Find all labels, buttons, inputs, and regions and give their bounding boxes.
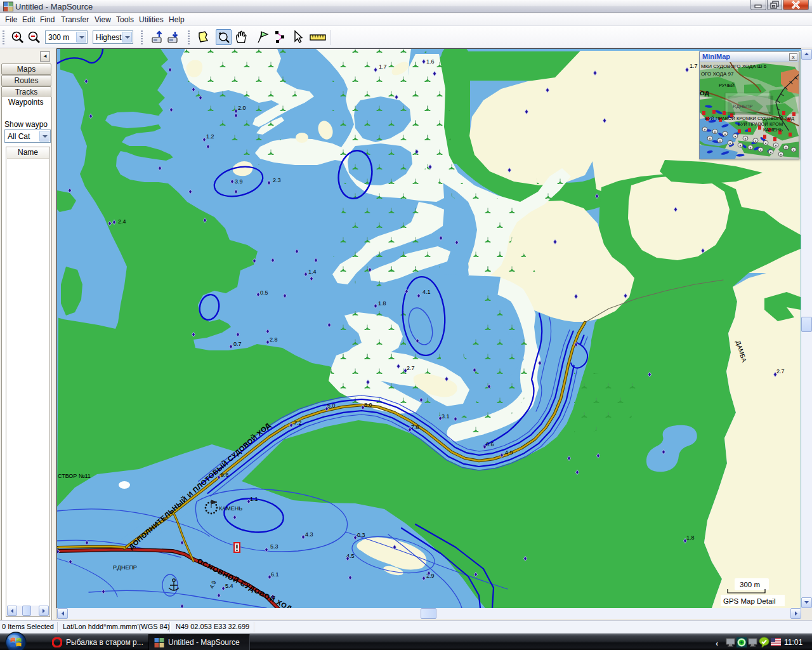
svg-text:GPS Map Detail: GPS Map Detail (723, 597, 775, 605)
svg-text:2.3: 2.3 (273, 177, 281, 183)
svg-text:6.1: 6.1 (271, 571, 279, 578)
svg-text:1.6: 1.6 (426, 58, 435, 65)
svg-text:5.4: 5.4 (225, 583, 233, 589)
svg-text:1.7: 1.7 (379, 63, 387, 70)
svg-text:БУЙ ПРАВОЙ КРОМКИ СУДОВОГО ХОД: БУЙ ПРАВОЙ КРОМКИ СУДОВОГО ХОД (705, 116, 794, 121)
svg-text:ОД: ОД (700, 90, 709, 96)
svg-text:4.9: 4.9 (505, 449, 513, 456)
svg-text:1.7: 1.7 (690, 63, 698, 69)
svg-text:2.4: 2.4 (118, 218, 126, 225)
svg-text:2.7: 2.7 (407, 365, 415, 371)
svg-text:КАМЕНЬ: КАМЕНЬ (763, 128, 783, 133)
svg-text:ЫЙ СТВОР №11: ЫЙ СТВОР №11 (57, 472, 91, 479)
svg-text:5.3: 5.3 (270, 543, 278, 550)
svg-text:1.4: 1.4 (308, 269, 317, 275)
svg-text:0.7: 0.7 (233, 341, 242, 347)
svg-text:2.0: 2.0 (238, 105, 246, 111)
svg-text:РУЧЕЙ: РУЧЕЙ (719, 83, 735, 88)
svg-text:1.1: 1.1 (250, 496, 258, 502)
svg-text:1.8: 1.8 (686, 534, 695, 541)
svg-text:300 m: 300 m (740, 581, 760, 588)
svg-text:1.8: 1.8 (378, 300, 386, 307)
svg-text:2.8: 2.8 (270, 336, 278, 343)
svg-text:МКИ СУДОВОГО ХОДА Ш-6: МКИ СУДОВОГО ХОДА Ш-6 (701, 63, 766, 69)
svg-text:7.2: 7.2 (294, 420, 302, 426)
svg-text:5.0: 5.0 (327, 402, 336, 409)
svg-text:6.6: 6.6 (221, 472, 229, 478)
svg-text:ОГО ХОДА 97: ОГО ХОДА 97 (701, 72, 733, 77)
svg-text:3.1: 3.1 (442, 413, 450, 420)
svg-text:4.3: 4.3 (305, 531, 313, 538)
svg-text:0.5: 0.5 (260, 289, 268, 296)
svg-text:4.1: 4.1 (422, 289, 431, 295)
svg-text:БУЙ ПРАВОЙ КРОМ: БУЙ ПРАВОЙ КРОМ (738, 122, 783, 127)
svg-text:КАМЕНЬ: КАМЕНЬ (219, 505, 242, 512)
svg-text:Р.ДНЕПР: Р.ДНЕПР (113, 564, 137, 571)
svg-text:8.0: 8.0 (364, 402, 372, 408)
svg-text:0.3: 0.3 (357, 532, 365, 538)
svg-text:7.8: 7.8 (411, 424, 419, 430)
svg-text:2.7: 2.7 (776, 368, 785, 375)
svg-text:1.2: 1.2 (206, 133, 214, 140)
svg-text:3.9: 3.9 (235, 178, 243, 185)
svg-text:0.6: 0.6 (486, 441, 494, 448)
